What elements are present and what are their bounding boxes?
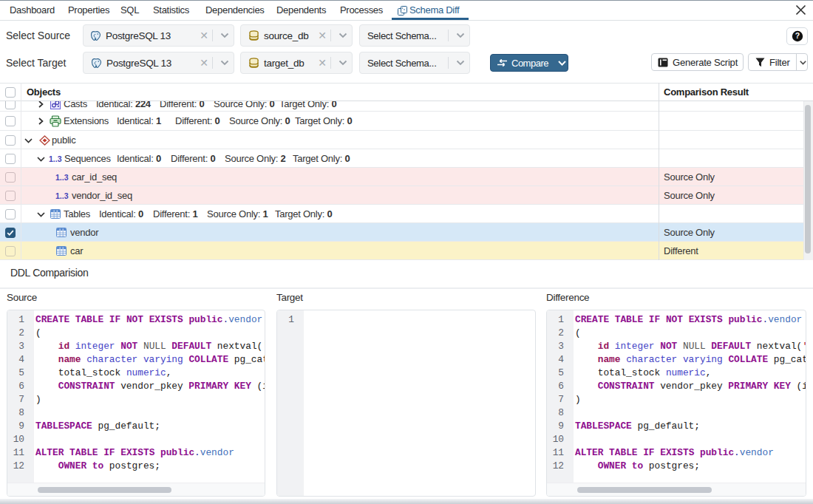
svg-text:?: ?	[795, 31, 799, 40]
